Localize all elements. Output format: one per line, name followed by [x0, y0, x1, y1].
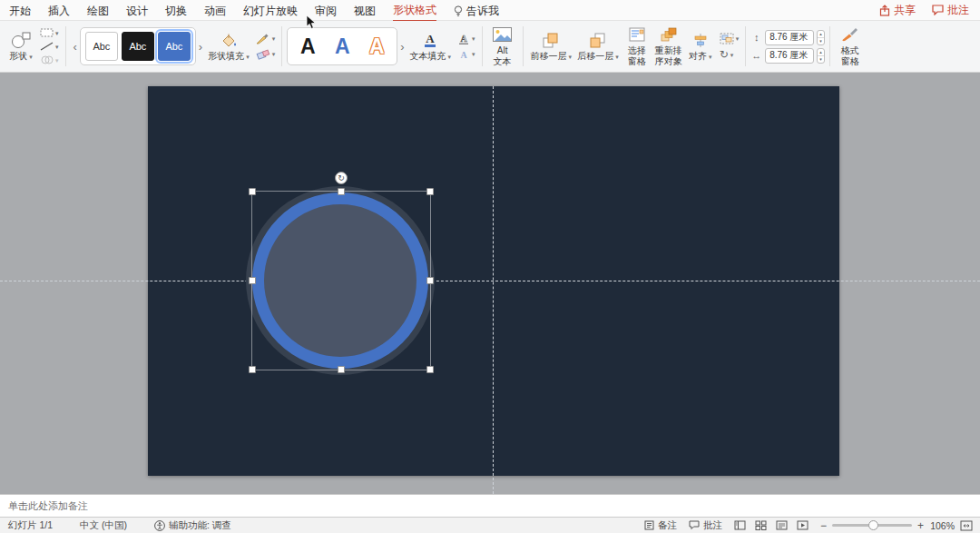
text-fill-button[interactable]: A 文本填充▾: [407, 29, 455, 64]
reorder-objects-button[interactable]: 重新排 序对象: [652, 24, 685, 69]
style-gallery-prev-button[interactable]: ‹: [71, 41, 80, 53]
chevron-down-icon: ▾: [736, 35, 740, 42]
text-outline-button[interactable]: A ▾: [456, 33, 477, 45]
shape-style-swatch-2[interactable]: Abc: [122, 32, 154, 61]
selection-handle-ne[interactable]: [426, 188, 434, 195]
ribbon-separator: [482, 26, 483, 66]
view-reading-button[interactable]: [776, 520, 788, 530]
selection-handle-e[interactable]: [426, 277, 434, 284]
zoom-out-button[interactable]: −: [820, 520, 827, 531]
selection-box: ↻: [251, 191, 431, 370]
rotate-objects-button[interactable]: ↻ ▾: [718, 48, 741, 61]
svg-text:A: A: [460, 50, 467, 60]
shape-style-swatch-3-selected[interactable]: Abc: [158, 32, 191, 61]
chevron-down-icon: ▾: [448, 54, 452, 60]
tab-shape-format[interactable]: 形状格式: [393, 0, 436, 22]
shape-fill-button[interactable]: 形状填充▾: [205, 29, 252, 64]
center-guide-vertical[interactable]: [493, 86, 494, 494]
share-button[interactable]: 共享: [879, 3, 916, 18]
comments-button[interactable]: 批注: [932, 3, 969, 18]
notes-toggle[interactable]: 备注: [644, 519, 677, 532]
view-normal-button[interactable]: [734, 520, 746, 530]
tab-transitions[interactable]: 切换: [165, 0, 187, 21]
shape-effects-button[interactable]: ▾: [254, 48, 278, 61]
text-effects-button[interactable]: A ▾: [456, 48, 477, 61]
shape-oval-icon: [10, 31, 32, 49]
alt-text-button[interactable]: Alt 文本: [487, 24, 518, 69]
text-fill-label: 文本填充: [410, 51, 446, 62]
tab-insert[interactable]: 插入: [48, 0, 70, 21]
zoom-in-button[interactable]: +: [917, 520, 924, 531]
tab-animations[interactable]: 动画: [204, 0, 226, 21]
language-status[interactable]: 中文 (中国): [80, 519, 127, 532]
selection-handle-se[interactable]: [426, 366, 434, 373]
shapes-button[interactable]: 形状▾: [5, 29, 36, 64]
menu-bar: 开始 插入 绘图 设计 切换 动画 幻灯片放映 审阅 视图 形状格式 告诉我 共…: [0, 0, 980, 21]
statusbar-right: 备注 批注 − + 106%: [644, 519, 973, 532]
wordart-swatch-1[interactable]: A: [290, 32, 325, 61]
chevron-down-icon: ▾: [29, 54, 33, 60]
center-guide-horizontal[interactable]: [0, 281, 980, 281]
comment-icon: [689, 520, 700, 530]
wordart-gallery-next-button[interactable]: ›: [397, 41, 407, 53]
chevron-down-icon: ▾: [709, 54, 712, 60]
picture-icon: [493, 25, 512, 44]
align-button[interactable]: 对齐▾: [685, 29, 716, 64]
selection-handle-s[interactable]: [338, 366, 345, 373]
style-gallery-next-button[interactable]: ›: [196, 41, 205, 53]
selection-handle-sw[interactable]: [249, 366, 256, 373]
line-button[interactable]: ▾: [38, 41, 61, 52]
height-icon: ↕: [750, 32, 762, 43]
notes-toggle-label: 备注: [658, 519, 677, 532]
notes-pane[interactable]: 单击此处添加备注: [0, 494, 980, 517]
width-row: ↔ ▴▾: [750, 48, 825, 64]
tab-review[interactable]: 审阅: [315, 0, 337, 21]
selection-handle-n[interactable]: [338, 188, 345, 195]
zoom-slider-knob[interactable]: [868, 520, 878, 530]
width-stepper[interactable]: ▴▾: [817, 48, 825, 64]
view-slide-sorter-button[interactable]: [755, 520, 767, 530]
view-slideshow-button[interactable]: [797, 520, 808, 530]
comments-toggle[interactable]: 批注: [689, 519, 722, 532]
ribbon-separator: [829, 26, 830, 66]
zoom-slider[interactable]: [832, 524, 912, 527]
send-backward-button[interactable]: 后移一层▾: [574, 29, 622, 64]
chevron-down-icon: ▾: [272, 51, 276, 57]
shape-style-swatch-1[interactable]: Abc: [85, 32, 118, 61]
tab-draw[interactable]: 绘图: [87, 0, 109, 21]
bring-forward-button[interactable]: 前移一层▾: [528, 29, 575, 64]
wordart-swatch-2[interactable]: A: [325, 32, 359, 61]
shape-outline-button[interactable]: ▾: [254, 33, 278, 45]
format-pane-label-2: 窗格: [841, 56, 859, 67]
height-stepper[interactable]: ▴▾: [817, 30, 825, 45]
shape-width-input[interactable]: [765, 48, 814, 64]
wordart-gallery: A A A: [287, 27, 397, 65]
format-pane-button[interactable]: 格式 窗格: [835, 24, 866, 69]
selection-handle-nw[interactable]: [249, 188, 256, 195]
group-objects-button[interactable]: ▾: [718, 32, 741, 45]
shapes-group: 形状▾ ▾ ▾ ▾: [5, 27, 61, 65]
tab-view[interactable]: 视图: [354, 0, 376, 21]
fit-to-window-button[interactable]: [960, 520, 973, 531]
ribbon-separator: [745, 26, 746, 66]
tab-tell-me-label: 告诉我: [466, 4, 499, 19]
rotation-handle[interactable]: ↻: [335, 172, 348, 184]
tab-slideshow[interactable]: 幻灯片放映: [243, 0, 298, 21]
selection-pane-button[interactable]: 选择 窗格: [622, 24, 652, 69]
stepper-down-icon: ▾: [818, 56, 824, 63]
align-label: 对齐: [689, 51, 707, 62]
shape-style-gallery: Abc Abc Abc: [80, 27, 196, 65]
accessibility-status[interactable]: 辅助功能: 调查: [154, 519, 231, 532]
tab-home[interactable]: 开始: [9, 0, 31, 21]
text-box-button[interactable]: ▾: [38, 27, 61, 38]
shape-height-input[interactable]: [765, 30, 814, 45]
ribbon-separator: [281, 26, 282, 66]
merge-shapes-button[interactable]: ▾: [38, 54, 61, 65]
tab-tell-me[interactable]: 告诉我: [454, 0, 499, 21]
wordart-swatch-3[interactable]: A: [359, 32, 394, 61]
zoom-level[interactable]: 106%: [929, 520, 955, 531]
selection-handle-w[interactable]: [249, 277, 256, 284]
align-icon: [693, 31, 708, 49]
tab-design[interactable]: 设计: [126, 0, 148, 21]
selection-pane-label-1: 选择: [628, 45, 646, 56]
